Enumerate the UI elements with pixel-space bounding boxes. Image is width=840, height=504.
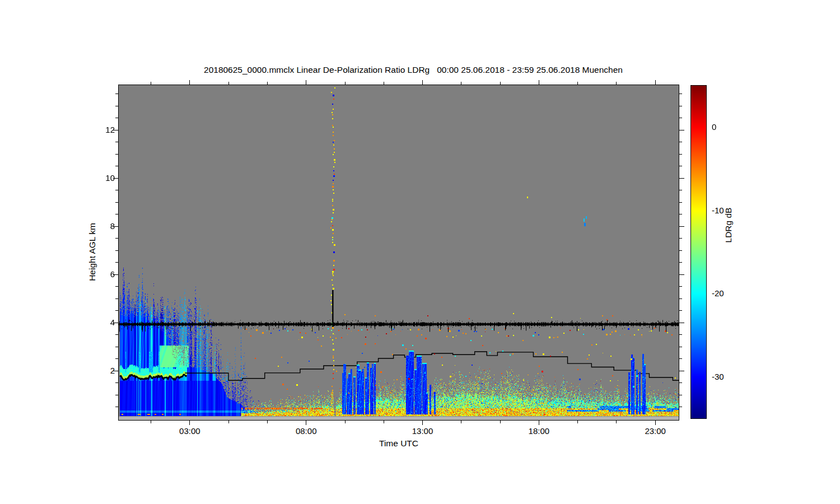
y-tick-label: 4: [90, 318, 115, 327]
y-tick-label: 2: [90, 366, 115, 375]
x-minor-tick-top: [461, 82, 461, 85]
colorbar-tick-label: -20: [712, 288, 740, 298]
x-minor-tick-top: [577, 82, 578, 85]
x-minor-tick-top: [345, 82, 346, 85]
x-tick-label: 08:00: [290, 426, 323, 436]
y-minor-tick: [115, 214, 118, 214]
x-minor-tick-top: [151, 82, 151, 85]
colorbar-tick-label: 0: [712, 122, 740, 132]
y-minor-tick: [115, 118, 118, 118]
y-minor-tick: [115, 250, 118, 251]
y-minor-tick: [115, 286, 118, 287]
x-tick-label: 23:00: [638, 426, 672, 436]
y-minor-tick-right: [679, 334, 682, 335]
y-major-tick-right: [679, 226, 684, 227]
x-major-tick-top: [655, 80, 656, 85]
y-minor-tick: [115, 190, 118, 190]
y-minor-tick-right: [679, 395, 682, 395]
y-tick-label: 6: [90, 269, 115, 279]
x-major-tick: [422, 421, 423, 425]
y-minor-tick: [115, 334, 118, 335]
y-major-tick-right: [679, 274, 684, 275]
x-minor-tick: [267, 421, 268, 423]
y-minor-tick-right: [679, 142, 682, 142]
y-minor-tick: [115, 94, 118, 94]
colorbar-tick-label: -30: [712, 372, 740, 381]
y-minor-tick-right: [679, 238, 682, 239]
y-minor-tick-right: [679, 358, 682, 359]
x-major-tick: [655, 421, 656, 425]
y-minor-tick: [115, 382, 118, 383]
y-tick-label: 8: [90, 221, 115, 231]
y-minor-tick: [115, 106, 118, 106]
x-minor-tick: [616, 421, 617, 423]
x-minor-tick-top: [267, 82, 268, 85]
y-tick-label: 12: [90, 125, 115, 134]
y-minor-tick-right: [679, 262, 682, 263]
y-minor-tick: [115, 347, 118, 347]
x-minor-tick: [500, 421, 501, 423]
radar-quicklook-page: 20180625_0000.mmclx Linear De-Polarizati…: [0, 0, 840, 504]
y-minor-tick-right: [679, 166, 682, 166]
x-major-tick-top: [189, 80, 190, 85]
y-minor-tick-right: [679, 407, 682, 407]
plot-title: 20180625_0000.mmclx Linear De-Polarizati…: [133, 65, 693, 75]
x-major-tick-top: [539, 80, 539, 85]
y-minor-tick-right: [679, 214, 682, 214]
y-minor-tick: [115, 358, 118, 359]
x-major-tick-top: [306, 80, 306, 85]
x-tick-label: 18:00: [522, 426, 556, 436]
x-minor-tick: [228, 421, 229, 423]
y-minor-tick: [115, 142, 118, 142]
x-minor-tick: [461, 421, 461, 423]
x-tick-label: 03:00: [173, 426, 207, 436]
y-major-tick-right: [679, 323, 684, 323]
y-minor-tick: [115, 395, 118, 395]
x-minor-tick-top: [500, 82, 501, 85]
heatmap-canvas: [118, 85, 679, 421]
y-minor-tick: [115, 202, 118, 203]
y-minor-tick-right: [679, 347, 682, 347]
x-major-tick: [306, 421, 306, 425]
y-minor-tick-right: [679, 94, 682, 94]
y-minor-tick-right: [679, 310, 682, 311]
y-minor-tick-right: [679, 250, 682, 251]
x-minor-tick: [577, 421, 578, 423]
x-major-tick: [539, 421, 539, 425]
x-minor-tick-top: [616, 82, 617, 85]
y-minor-tick: [115, 407, 118, 407]
y-minor-tick: [115, 310, 118, 311]
y-minor-tick-right: [679, 382, 682, 383]
y-minor-tick-right: [679, 298, 682, 299]
y-major-tick-right: [679, 130, 684, 130]
y-major-tick-right: [679, 371, 684, 371]
x-minor-tick-top: [228, 82, 229, 85]
y-minor-tick: [115, 154, 118, 155]
y-minor-tick-right: [679, 286, 682, 287]
colorbar-tick-label: -10: [712, 206, 740, 215]
y-minor-tick-right: [679, 154, 682, 155]
x-tick-label: 13:00: [406, 426, 440, 436]
x-major-tick: [189, 421, 190, 425]
y-minor-tick-right: [679, 118, 682, 118]
y-tick-label: 10: [90, 173, 115, 183]
x-minor-tick: [151, 421, 151, 423]
y-minor-tick: [115, 166, 118, 166]
x-axis-title: Time UTC: [343, 438, 455, 449]
y-minor-tick-right: [679, 202, 682, 203]
x-minor-tick: [384, 421, 384, 423]
y-minor-tick: [115, 238, 118, 239]
y-minor-tick-right: [679, 190, 682, 190]
y-minor-tick-right: [679, 106, 682, 106]
y-minor-tick: [115, 298, 118, 299]
colorbar-canvas: [690, 85, 707, 419]
x-minor-tick: [345, 421, 346, 423]
y-major-tick-right: [679, 178, 684, 179]
x-minor-tick-top: [384, 82, 384, 85]
y-minor-tick: [115, 262, 118, 263]
x-major-tick-top: [422, 80, 423, 85]
